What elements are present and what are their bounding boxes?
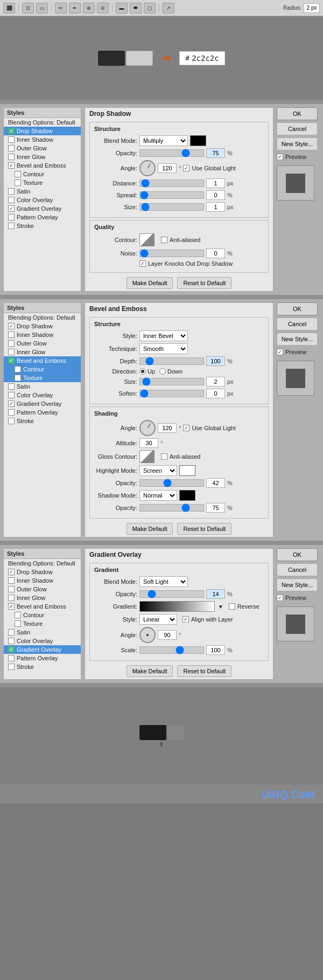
styles-bevel-2[interactable]: Bevel and Emboss: [4, 356, 81, 365]
ok-btn-2[interactable]: OK: [277, 302, 318, 315]
make-default-btn-3[interactable]: Make Default: [127, 665, 173, 677]
styles-color-overlay-1[interactable]: Color Overlay: [4, 196, 81, 204]
toolbar-btn-5[interactable]: ⊕: [83, 3, 95, 13]
styles-inner-shadow-2[interactable]: Inner Shadow: [4, 330, 81, 339]
depth-input-2[interactable]: [206, 356, 225, 366]
gradient-dropdown-arrow[interactable]: ▼: [218, 604, 223, 610]
cancel-btn-2[interactable]: Cancel: [277, 318, 318, 330]
angle-dial-3[interactable]: [139, 627, 156, 643]
highlight-opacity-input[interactable]: [206, 478, 225, 488]
reset-default-btn-2[interactable]: Reset to Default: [177, 523, 231, 535]
styles-texture-2[interactable]: Texture: [4, 374, 81, 382]
cb-color-overlay-1[interactable]: [8, 197, 15, 203]
toolbar-btn-3[interactable]: ▭: [36, 3, 48, 13]
cancel-btn-3[interactable]: Cancel: [277, 563, 318, 576]
cb-satin-1[interactable]: [8, 188, 15, 195]
shading-angle-dial[interactable]: [139, 420, 156, 436]
styles-drop-shadow-3[interactable]: Drop Shadow: [4, 568, 81, 576]
cb-preview-2[interactable]: [277, 349, 283, 355]
styles-inner-glow-1[interactable]: Inner Glow: [4, 153, 81, 161]
scale-slider-3[interactable]: [139, 646, 204, 654]
cb-outer-glow-3[interactable]: [8, 586, 15, 592]
cb-inner-glow-2[interactable]: [8, 349, 15, 355]
opacity-slider-1[interactable]: [139, 149, 204, 157]
cb-bevel-2[interactable]: [8, 357, 15, 364]
styles-bevel-1[interactable]: Bevel and Emboss: [4, 161, 81, 170]
noise-slider-1[interactable]: [139, 250, 204, 257]
toolbar-btn-ellipse[interactable]: ⬬: [130, 3, 142, 13]
cb-stroke-2[interactable]: [8, 418, 15, 424]
styles-satin-3[interactable]: Satin: [4, 628, 81, 637]
distance-slider-1[interactable]: [139, 180, 204, 187]
depth-slider-2[interactable]: [139, 357, 204, 365]
styles-blending-2[interactable]: Blending Options: Default: [4, 313, 81, 322]
cb-satin-2[interactable]: [8, 383, 15, 390]
styles-color-overlay-2[interactable]: Color Overlay: [4, 391, 81, 399]
toggle-light-btn[interactable]: [126, 51, 153, 66]
contour-preview-1[interactable]: [139, 233, 155, 246]
cb-preview-3[interactable]: [277, 595, 283, 601]
blend-mode-select-1[interactable]: Multiply: [139, 135, 188, 146]
cb-bevel-1[interactable]: [8, 162, 15, 169]
angle-input-3[interactable]: [158, 630, 177, 640]
cb-preview-1[interactable]: [277, 154, 283, 160]
highlight-color-swatch[interactable]: [179, 465, 195, 476]
styles-gradient-overlay-2[interactable]: Gradient Overlay: [4, 399, 81, 408]
cb-pattern-2[interactable]: [8, 409, 15, 416]
make-default-btn-2[interactable]: Make Default: [127, 523, 173, 535]
cb-gloss-anti-alias[interactable]: [161, 453, 167, 460]
toolbar-btn-6[interactable]: ⊖: [97, 3, 109, 13]
styles-satin-2[interactable]: Satin: [4, 382, 81, 391]
soften-input-2[interactable]: [206, 389, 225, 398]
shadow-mode-select[interactable]: Normal: [139, 490, 177, 501]
make-default-btn-1[interactable]: Make Default: [127, 277, 173, 289]
highlight-mode-select[interactable]: Screen: [139, 465, 177, 476]
cb-color-overlay-3[interactable]: [8, 638, 15, 644]
direction-down[interactable]: Down: [159, 368, 182, 375]
gradient-preview-3[interactable]: [139, 601, 215, 612]
direction-up[interactable]: Up: [139, 368, 155, 375]
styles-blending-1[interactable]: Blending Options: Default: [4, 118, 81, 127]
noise-input-1[interactable]: [206, 249, 225, 258]
new-style-btn-1[interactable]: New Style...: [277, 137, 318, 150]
cb-reverse[interactable]: [229, 603, 235, 610]
bottom-dark-btn[interactable]: [139, 725, 166, 740]
styles-texture-3[interactable]: Texture: [4, 619, 81, 628]
toolbar-btn-pen2[interactable]: ✒: [69, 3, 81, 13]
toolbar-btn-arrow[interactable]: ↗: [163, 3, 174, 13]
cb-contour-1[interactable]: [15, 171, 21, 177]
cb-texture-2[interactable]: [15, 375, 21, 381]
cb-drop-shadow-1[interactable]: [8, 128, 15, 134]
styles-gradient-overlay-1[interactable]: Gradient Overlay: [4, 204, 81, 213]
new-style-btn-3[interactable]: New Style...: [277, 578, 318, 591]
ok-btn-1[interactable]: OK: [277, 107, 318, 120]
cb-inner-glow-3[interactable]: [8, 595, 15, 601]
styles-contour-3[interactable]: Contour: [4, 611, 81, 619]
styles-outer-glow-2[interactable]: Outer Glow: [4, 339, 81, 348]
cb-texture-3[interactable]: [15, 620, 21, 627]
shading-angle-input[interactable]: [158, 423, 177, 433]
spread-slider-1[interactable]: [139, 191, 204, 199]
cb-gradient-1[interactable]: [8, 205, 15, 212]
styles-inner-glow-2[interactable]: Inner Glow: [4, 348, 81, 356]
cb-contour-2[interactable]: [15, 366, 21, 372]
cb-align-layer[interactable]: [182, 616, 189, 623]
cb-color-overlay-2[interactable]: [8, 392, 15, 398]
toolbar-btn-1[interactable]: ⬛: [3, 3, 15, 13]
styles-contour-2[interactable]: Contour: [4, 365, 81, 374]
toolbar-btn-2[interactable]: ⊡: [22, 3, 34, 13]
cb-global-light-1[interactable]: [183, 165, 189, 171]
styles-outer-glow-3[interactable]: Outer Glow: [4, 585, 81, 593]
blend-color-swatch-1[interactable]: [190, 135, 206, 146]
cb-pattern-3[interactable]: [8, 655, 15, 661]
cb-outer-glow-2[interactable]: [8, 340, 15, 347]
new-style-btn-2[interactable]: New Style...: [277, 333, 318, 346]
ok-btn-3[interactable]: OK: [277, 548, 318, 561]
size-input-2[interactable]: [206, 377, 225, 387]
reset-default-btn-3[interactable]: Reset to Default: [177, 665, 231, 677]
reset-default-btn-1[interactable]: Reset to Default: [177, 277, 231, 289]
bottom-light-btn[interactable]: [167, 725, 184, 740]
style-select-3[interactable]: Linear: [139, 614, 177, 625]
cb-bevel-3[interactable]: [8, 603, 15, 610]
altitude-input[interactable]: [139, 438, 158, 448]
